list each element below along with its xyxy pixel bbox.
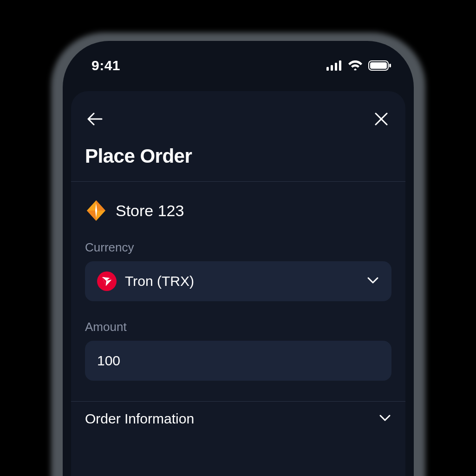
- wifi-icon: [348, 60, 363, 71]
- arrow-left-icon: [86, 110, 104, 130]
- tron-coin-icon: [97, 271, 117, 291]
- store-logo-icon: [85, 199, 107, 222]
- top-bar: [85, 110, 391, 130]
- chevron-down-icon: [366, 274, 379, 289]
- back-button[interactable]: [85, 110, 105, 130]
- phone-frame: 9:41: [63, 41, 414, 476]
- svg-rect-0: [326, 67, 329, 71]
- close-button[interactable]: [371, 110, 391, 130]
- cellular-signal-icon: [326, 60, 342, 71]
- status-bar: 9:41: [63, 41, 414, 77]
- svg-rect-5: [370, 62, 387, 69]
- battery-icon: [368, 60, 391, 71]
- svg-rect-1: [331, 65, 333, 71]
- amount-label: Amount: [85, 320, 391, 334]
- status-indicators: [326, 60, 391, 71]
- store-name: Store 123: [116, 202, 184, 220]
- currency-select[interactable]: Tron (TRX): [85, 261, 391, 301]
- svg-rect-6: [389, 64, 391, 67]
- close-icon: [374, 112, 388, 128]
- page-title: Place Order: [85, 145, 391, 167]
- svg-marker-11: [96, 200, 105, 211]
- order-information-toggle[interactable]: Order Information: [85, 406, 391, 431]
- svg-rect-2: [335, 63, 337, 71]
- currency-label: Currency: [85, 240, 391, 255]
- svg-marker-12: [87, 211, 96, 221]
- divider: [71, 181, 405, 182]
- store-row: Store 123: [85, 199, 391, 222]
- order-information-title: Order Information: [85, 411, 194, 427]
- amount-input[interactable]: 100: [85, 341, 391, 381]
- app-panel: Place Order Store 123 Currency: [71, 91, 405, 476]
- svg-rect-3: [339, 60, 341, 71]
- chevron-down-icon: [378, 411, 391, 426]
- divider: [71, 401, 405, 402]
- status-time: 9:41: [91, 58, 120, 73]
- currency-selected-value: Tron (TRX): [125, 273, 358, 289]
